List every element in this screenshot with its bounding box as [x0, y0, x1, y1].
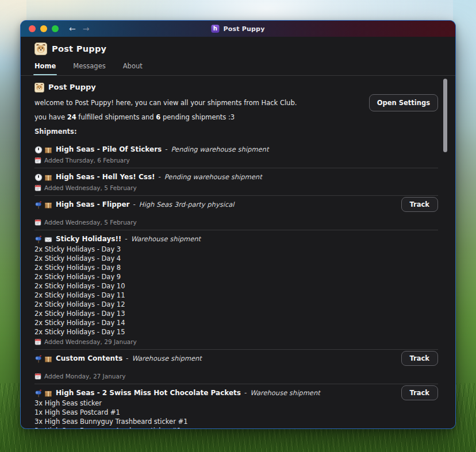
shipment-row: High Seas - Hell Yes! Css! - Pending war… [34, 168, 438, 196]
shipment-item: 3x High Seas Bunnyguy Trashbeard sticker… [34, 417, 438, 426]
mailbox-icon [34, 235, 43, 244]
shipment-item: 2x Sticky Holidays - Day 9 [34, 272, 438, 281]
shipment-row: Custom Contents - Warehouse shipment Tra… [34, 350, 438, 384]
shipment-status: High Seas 3rd-party physical [139, 199, 235, 210]
shipment-date-text: Added Thursday, 6 February [44, 156, 130, 164]
shipment-item: 2x Sticky Holidays - Day 3 [34, 245, 438, 254]
tab-home[interactable]: Home [34, 62, 56, 75]
shipments-label: Shipments: [34, 127, 438, 136]
tab-about[interactable]: About [123, 62, 143, 75]
mailbox-icon [34, 355, 43, 363]
minimize-button[interactable] [40, 25, 47, 32]
calendar-icon [34, 373, 41, 380]
content-scroll-area: Post Puppy welcome to Post Puppy! here, … [21, 76, 455, 428]
shipment-date-text: Added Wednesday, 5 February [44, 184, 137, 192]
shipment-title: High Seas - Flipper [56, 199, 129, 210]
calendar-icon [34, 338, 41, 345]
shipment-item: 3x High Seas Bunnyguy Arrpheus sticker #… [34, 426, 438, 428]
shipment-status: Pending warehouse shipment [171, 144, 269, 155]
page-title: Post Puppy [34, 82, 438, 93]
shipment-separator: - [244, 388, 247, 399]
shipment-item: 2x Sticky Holidays - Day 15 [34, 327, 438, 337]
calendar-icon [34, 184, 41, 191]
stats-text: you have 24 fulfilled shipments and 6 pe… [34, 113, 438, 122]
shipment-status: Warehouse shipment [132, 353, 201, 364]
forward-icon[interactable]: → [83, 25, 90, 33]
history-nav: ← → [69, 25, 89, 33]
scrollbar-thumb[interactable] [443, 79, 447, 152]
shipment-item: 2x Sticky Holidays - Day 13 [34, 309, 438, 318]
calendar-icon [34, 219, 41, 226]
shipment-item: 2x Sticky Holidays - Day 8 [34, 263, 438, 272]
shipment-status: Warehouse shipment [250, 388, 320, 399]
fulfilled-count: 24 [67, 113, 76, 121]
shipment-title: Sticky Holidays!! [56, 234, 121, 245]
calendar-icon [34, 157, 41, 164]
shipment-row: Sticky Holidays!! - Warehouse shipment 2… [34, 230, 438, 350]
shipment-items: 2x Sticky Holidays - Day 32x Sticky Holi… [34, 245, 438, 337]
shipment-separator: - [133, 199, 135, 210]
shipment-items: 3x High Seas sticker1x High Seas Postcar… [34, 399, 438, 428]
back-icon[interactable]: ← [69, 25, 76, 33]
shipment-item: 2x Sticky Holidays - Day 4 [34, 254, 438, 263]
package-icon [44, 355, 52, 363]
shipment-separator: - [165, 144, 167, 155]
track-button[interactable]: Track [401, 351, 438, 366]
hackclub-app-icon: h [211, 25, 219, 33]
shipment-title: High Seas - Hell Yes! Css! [56, 172, 155, 183]
shipment-icons [34, 355, 52, 363]
shipment-item: 2x Sticky Holidays - Day 10 [34, 281, 438, 291]
shipment-date-text: Added Monday, 27 January [44, 372, 125, 380]
shipment-title: High Seas - 2 Swiss Miss Hot Chocolate P… [56, 388, 241, 399]
shipment-icons [34, 235, 52, 244]
shipment-status: Warehouse shipment [131, 234, 201, 245]
shipment-separator: - [126, 353, 128, 364]
track-button[interactable]: Track [401, 385, 438, 400]
shipment-row: High Seas - Flipper - High Seas 3rd-part… [34, 196, 438, 230]
package-icon [44, 201, 52, 209]
shipment-separator: - [125, 234, 127, 245]
tab-messages[interactable]: Messages [73, 62, 105, 75]
app-content: Post Puppy Home Messages About Post Pupp… [21, 37, 455, 428]
shipment-item: 1x High Seas Postcard #1 [34, 408, 438, 417]
package-icon [44, 146, 52, 154]
shipment-icons [34, 173, 52, 181]
app-window: ← → h Post Puppy Post Puppy Home Message… [21, 21, 455, 428]
shipment-date-text: Added Wednesday, 29 January [44, 338, 137, 346]
home-page: Post Puppy welcome to Post Puppy! here, … [21, 76, 455, 428]
package-icon [44, 173, 52, 181]
clock-icon [34, 173, 43, 181]
shipment-item: 2x Sticky Holidays - Day 12 [34, 300, 438, 309]
main-nav: Home Messages About [21, 55, 455, 76]
shipment-list: High Seas - Pile Of Stickers - Pending w… [34, 141, 438, 428]
shipment-row: High Seas - Pile Of Stickers - Pending w… [34, 141, 438, 168]
window-titlebar: ← → h Post Puppy [21, 21, 455, 37]
package-icon [44, 389, 52, 397]
window-title: h Post Puppy [211, 25, 264, 33]
mailbox-icon [34, 389, 43, 397]
shipment-separator: - [159, 172, 161, 183]
shipment-icons [34, 201, 52, 209]
shipment-item: 3x High Seas sticker [34, 399, 438, 408]
app-header: Post Puppy [21, 37, 455, 55]
shipment-item: 2x Sticky Holidays - Day 11 [34, 291, 438, 300]
track-button[interactable]: Track [401, 197, 438, 212]
shipment-row: High Seas - 2 Swiss Miss Hot Chocolate P… [34, 384, 438, 428]
shipment-title: High Seas - Pile Of Stickers [56, 144, 162, 155]
close-button[interactable] [29, 25, 36, 32]
shipment-icons [34, 146, 52, 154]
clock-icon [34, 146, 43, 154]
shipment-date-text: Added Wednesday, 5 February [44, 218, 137, 226]
app-title: Post Puppy [52, 44, 106, 53]
shipment-title: Custom Contents [56, 353, 122, 364]
zoom-button[interactable] [52, 25, 59, 32]
open-settings-button[interactable]: Open Settings [369, 94, 438, 111]
post-puppy-dog-icon [34, 83, 44, 92]
envelope-icon [44, 235, 52, 244]
window-title-text: Post Puppy [223, 25, 264, 33]
post-puppy-dog-icon [34, 43, 47, 55]
mailbox-icon [34, 201, 43, 209]
window-controls [29, 25, 59, 32]
shipment-item: 2x Sticky Holidays - Day 14 [34, 318, 438, 327]
shipment-icons [34, 389, 52, 397]
